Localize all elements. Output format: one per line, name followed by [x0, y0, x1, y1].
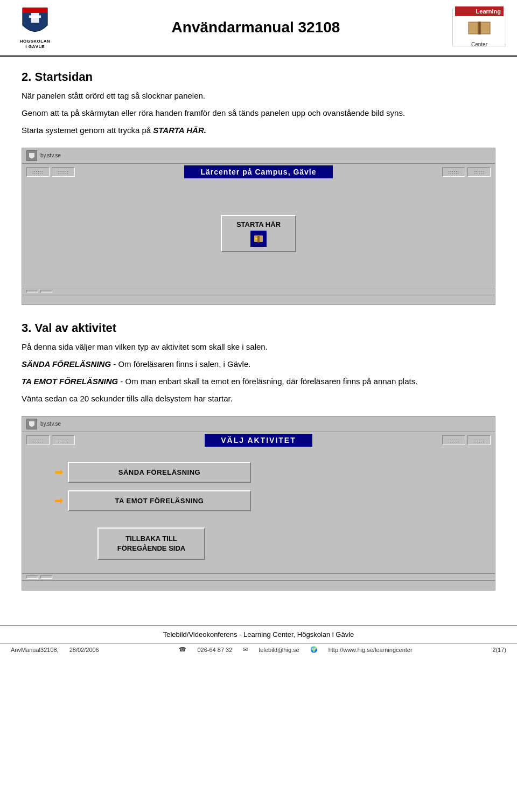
page-header: HÖGSKOLAN I GÄVLE Användarmanual 32108 L…	[0, 0, 517, 57]
screenshot2-window-title: VÄLJ AKTIVITET	[205, 434, 312, 447]
section3-para2: SÄNDA FÖRELÄSNING - Om föreläsaren finns…	[22, 358, 495, 371]
svg-rect-3	[480, 22, 490, 34]
screenshot2-menu-btn1[interactable]: ::::::	[26, 435, 50, 445]
section2-title: 2. Startsidan	[22, 70, 495, 84]
section3-ta-emot-bold: TA EMOT FÖRELÄSNING	[22, 377, 118, 386]
screenshot1-menubar: :::::: :::::: Lärcenter på Campus, Gävle…	[22, 164, 495, 180]
screenshot2-logo	[26, 419, 37, 429]
screenshot1-menu-btn2[interactable]: ::::::	[52, 167, 75, 177]
svg-rect-1	[29, 15, 41, 18]
hig-logo: HÖGSKOLAN I GÄVLE	[11, 5, 59, 50]
screenshot1-footer-btn2	[40, 290, 52, 293]
footer-middle: ☎ 026-64 87 32 ✉ telebild@hig.se 🌍 http:…	[179, 646, 412, 653]
footer-phone: 026-64 87 32	[197, 647, 232, 653]
sanda-forelasning-row: ➡ SÄNDA FÖRELÄSNING	[54, 462, 251, 483]
screenshot2-menu-btn3[interactable]: ::::::	[442, 435, 465, 445]
screenshot2-menu-btn4[interactable]: ::::::	[467, 435, 491, 445]
sanda-forelasning-button[interactable]: SÄNDA FÖRELÄSNING	[68, 462, 251, 483]
screenshot1-frame: by.stv.se :::::: :::::: Lärcenter på Cam…	[22, 148, 495, 305]
footer-email: telebild@hig.se	[258, 647, 299, 653]
learning-center-logo: Learning Center	[452, 9, 506, 46]
section3-title: 3. Val av aktivitet	[22, 321, 495, 335]
lc-top-text: Learning	[455, 6, 504, 16]
screenshot1-titlebar: by.stv.se	[22, 148, 495, 164]
section2-para3: Starta systemet genom att trycka på STAR…	[22, 124, 495, 137]
screenshot1-menu-btn4[interactable]: ::::::	[467, 167, 491, 177]
screenshot2-menubar: :::::: :::::: VÄLJ AKTIVITET :::::: ::::…	[22, 432, 495, 448]
screenshot2-footer-btn1	[26, 575, 38, 579]
section3-sanda-bold: SÄNDA FÖRELÄSNING	[22, 359, 111, 369]
section3-ta-emot-rest: - Om man enbart skall ta emot en föreläs…	[118, 377, 417, 386]
section2-para3-bold: STARTA HÄR.	[153, 126, 206, 135]
screenshot2-footer	[22, 573, 495, 580]
screenshot2-body: ➡ SÄNDA FÖRELÄSNING ➡ TA EMOT FÖRELÄSNIN…	[22, 448, 495, 573]
section3-para3: TA EMOT FÖRELÄSNING - Om man enbart skal…	[22, 375, 495, 388]
lc-book-icon	[466, 19, 493, 36]
screenshot1-menu-btn1[interactable]: ::::::	[26, 167, 50, 177]
screenshot1-statusbar	[22, 295, 495, 304]
ta-emot-row: ➡ TA EMOT FÖRELÄSNING	[54, 490, 251, 511]
screenshot1-logo	[26, 150, 37, 161]
phone-icon: ☎	[179, 646, 186, 653]
section2-para3-prefix: Starta systemet genom att trycka på	[22, 126, 153, 135]
footer-date: 28/02/2006	[69, 647, 99, 653]
footer-left: AnvManual32108, 28/02/2006	[11, 647, 99, 653]
email-icon: ✉	[243, 646, 248, 653]
screenshot2-url: by.stv.se	[40, 421, 61, 427]
tillbaka-row: TILLBAKA TILL FÖREGÅENDE SIDA	[97, 522, 205, 560]
page-footer-center: Telebild/Videokonferens - Learning Cente…	[0, 626, 517, 643]
footer-page-num: 2(17)	[492, 647, 506, 653]
starta-har-icon	[250, 231, 267, 247]
web-icon: 🌍	[310, 646, 318, 653]
tillbaka-button[interactable]: TILLBAKA TILL FÖREGÅENDE SIDA	[97, 528, 205, 560]
ta-emot-forelasning-button[interactable]: TA EMOT FÖRELÄSNING	[68, 490, 251, 511]
footer-center-text: Telebild/Videokonferens - Learning Cente…	[163, 630, 354, 639]
lc-bottom-text: Center	[469, 40, 490, 48]
starta-har-button[interactable]: STARTA HÄR	[221, 215, 296, 252]
screenshot2-menu-btn2[interactable]: ::::::	[52, 435, 75, 445]
svg-rect-2	[469, 22, 478, 34]
section3-para4: Vänta sedan ca 20 sekunder tills alla de…	[22, 392, 495, 405]
screenshot1-body: STARTA HÄR	[22, 180, 495, 288]
page-content: 2. Startsidan När panelen stått orörd et…	[0, 57, 517, 620]
section3-para1: På denna sida väljer man vilken typ av a…	[22, 341, 495, 353]
footer-doc: AnvManual32108,	[11, 647, 59, 653]
screenshot1-footer	[22, 288, 495, 295]
screenshot1-footer-btn1	[26, 290, 38, 293]
section3-sanda-rest: - Om föreläsaren finns i salen, i Gävle.	[111, 359, 250, 369]
section2-para2: Genom att ta på skärmytan eller röra han…	[22, 107, 495, 120]
ta-emot-arrow-icon: ➡	[54, 494, 64, 507]
screenshot1-window-title: Lärcenter på Campus, Gävle	[184, 165, 332, 178]
screenshot2-statusbar	[22, 580, 495, 590]
hig-logo-text: HÖGSKOLAN I GÄVLE	[20, 39, 51, 50]
screenshot1-url: by.stv.se	[40, 152, 61, 158]
section2-para1: När panelen stått orörd ett tag så slock…	[22, 89, 495, 102]
hig-shield-icon	[19, 5, 51, 38]
page-footer-bar: AnvManual32108, 28/02/2006 ☎ 026-64 87 3…	[0, 643, 517, 656]
tillbaka-line1: TILLBAKA TILL	[125, 535, 177, 543]
screenshot1-menu-btn3[interactable]: ::::::	[442, 167, 465, 177]
page-title: Användarmanual 32108	[59, 19, 452, 36]
screenshot2-frame: by.stv.se :::::: :::::: VÄLJ AKTIVITET :…	[22, 416, 495, 591]
screenshot2-titlebar: by.stv.se	[22, 417, 495, 432]
tillbaka-line2: FÖREGÅENDE SIDA	[117, 544, 185, 552]
starta-har-label: STARTA HÄR	[236, 220, 281, 228]
footer-right: 2(17)	[492, 647, 506, 653]
screenshot2-footer-btn2	[40, 575, 52, 579]
footer-website: http://www.hig.se/learningcenter	[329, 647, 413, 653]
sanda-arrow-icon: ➡	[54, 466, 64, 478]
